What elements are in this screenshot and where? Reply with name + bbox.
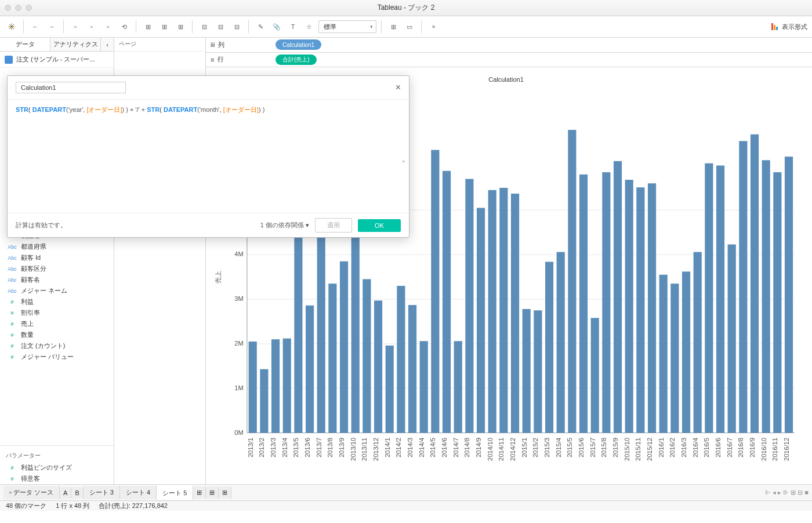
close-window-icon[interactable] xyxy=(5,5,11,11)
refresh-icon[interactable]: ⟲ xyxy=(117,20,131,34)
bar[interactable] xyxy=(751,135,759,433)
bar[interactable] xyxy=(785,157,793,433)
bar[interactable] xyxy=(294,238,302,433)
bar[interactable] xyxy=(773,172,781,433)
new-sheet-icon[interactable]: ▫ xyxy=(101,20,115,34)
bar[interactable] xyxy=(602,172,610,433)
zoom-window-icon[interactable] xyxy=(26,5,32,11)
field-item[interactable]: Abc都道府県 xyxy=(0,241,114,252)
field-item[interactable]: Abc顧客名 xyxy=(0,274,114,285)
pages-shelf[interactable]: ページ xyxy=(114,38,205,52)
expand-icon[interactable]: ▸ xyxy=(403,157,405,166)
bar[interactable] xyxy=(465,179,473,433)
columns-shelf[interactable]: iii列 Calculation1 xyxy=(206,38,812,53)
bar[interactable] xyxy=(386,346,394,433)
bar[interactable] xyxy=(670,284,679,433)
bar[interactable] xyxy=(762,160,770,433)
totals-icon[interactable]: ⊟ xyxy=(213,20,227,34)
new-data-icon[interactable]: ▫ xyxy=(85,20,99,34)
bar[interactable] xyxy=(694,252,702,433)
fit-dropdown[interactable]: 標準 xyxy=(318,20,376,33)
calc-name-input[interactable] xyxy=(16,82,126,93)
tab-data[interactable]: データ xyxy=(0,38,50,51)
star-icon[interactable]: ☆ xyxy=(302,20,316,34)
bar[interactable] xyxy=(739,141,747,433)
bar[interactable] xyxy=(488,190,496,433)
bar[interactable] xyxy=(443,171,451,433)
bar[interactable] xyxy=(511,194,519,433)
field-item[interactable]: Abc顧客 Id xyxy=(0,252,114,263)
bar[interactable] xyxy=(362,279,371,433)
field-item[interactable]: #割引率 xyxy=(0,307,114,318)
bar[interactable] xyxy=(591,318,599,433)
param-item[interactable]: #得意客 xyxy=(0,473,114,484)
new-story-icon[interactable]: ⊞ xyxy=(219,486,231,499)
tab-sheet3[interactable]: シート 3 xyxy=(84,486,120,499)
collapse-pane-icon[interactable]: ‹ xyxy=(101,38,114,51)
apply-button[interactable]: 適用 xyxy=(315,218,352,233)
show-labels-icon[interactable]: ⊟ xyxy=(230,20,244,34)
bar[interactable] xyxy=(397,286,405,433)
text-icon[interactable]: T xyxy=(286,20,300,34)
bar[interactable] xyxy=(271,339,280,433)
bar[interactable] xyxy=(249,342,257,433)
datasource-item[interactable]: 注文 (サンプル - スーパー... xyxy=(0,52,114,68)
bar[interactable] xyxy=(614,161,622,433)
tab-nav[interactable]: ⊩ ◂ ▸ ⊪ ⊞ ⊟ ■ xyxy=(765,489,809,496)
tab-datasource[interactable]: ▫ データ ソース xyxy=(3,486,60,499)
bar[interactable] xyxy=(351,230,360,433)
bar[interactable] xyxy=(408,305,416,433)
ok-button[interactable]: OK xyxy=(358,219,401,232)
window-controls[interactable] xyxy=(5,5,32,11)
rows-shelf[interactable]: ≡行 合計(売上) xyxy=(206,53,812,68)
tab-sheet4[interactable]: シート 4 xyxy=(120,486,157,499)
bar[interactable] xyxy=(340,262,348,433)
bar[interactable] xyxy=(306,306,314,433)
bar[interactable] xyxy=(579,175,588,433)
tableau-logo-icon[interactable] xyxy=(5,20,19,34)
bar[interactable] xyxy=(431,150,439,433)
bar[interactable] xyxy=(557,252,565,433)
field-item[interactable]: #注文 (カウント) xyxy=(0,340,114,351)
field-item[interactable]: #売上 xyxy=(0,318,114,329)
tab-b[interactable]: B xyxy=(71,487,83,499)
bar[interactable] xyxy=(317,221,325,433)
bar[interactable] xyxy=(328,284,336,433)
columns-pill[interactable]: Calculation1 xyxy=(276,39,321,50)
presentation-icon[interactable]: ⊞ xyxy=(386,20,400,34)
show-me-button[interactable]: 表示形式 xyxy=(771,23,807,31)
new-worksheet-icon[interactable]: ⊞ xyxy=(193,486,206,499)
minimize-window-icon[interactable] xyxy=(15,5,21,11)
close-icon[interactable]: × xyxy=(396,82,401,93)
group-icon[interactable]: ⊟ xyxy=(197,20,211,34)
bar[interactable] xyxy=(283,339,291,433)
bar[interactable] xyxy=(568,130,576,433)
new-dashboard-icon[interactable]: ⊞ xyxy=(206,486,219,499)
forward-icon[interactable]: → xyxy=(45,20,59,34)
bar[interactable] xyxy=(374,300,382,433)
bar[interactable] xyxy=(625,180,633,433)
bar[interactable] xyxy=(716,166,724,433)
bar[interactable] xyxy=(534,310,542,433)
tab-analytics[interactable]: アナリティクス xyxy=(50,38,101,51)
calc-formula-editor[interactable]: STR( DATEPART('year', [オーダー日]) ) + '/' +… xyxy=(8,99,409,213)
bar[interactable] xyxy=(260,369,268,433)
bar[interactable] xyxy=(454,341,462,433)
bar[interactable] xyxy=(728,245,736,433)
bar[interactable] xyxy=(545,262,553,433)
rows-pill[interactable]: 合計(売上) xyxy=(276,55,317,65)
bar[interactable] xyxy=(705,164,713,433)
bar[interactable] xyxy=(499,188,507,433)
field-item[interactable]: #メジャー バリュー xyxy=(0,351,114,362)
calc-dependencies[interactable]: 1 個の依存関係 ▾ xyxy=(260,221,309,230)
back-icon[interactable]: ← xyxy=(28,20,42,34)
tab-sheet5[interactable]: シート 5 xyxy=(157,485,193,500)
bar[interactable] xyxy=(477,208,485,433)
bar[interactable] xyxy=(648,183,656,433)
field-item[interactable]: #利益 xyxy=(0,296,114,307)
sort-asc-icon[interactable]: ⊞ xyxy=(157,20,171,34)
field-item[interactable]: Abc顧客区分 xyxy=(0,263,114,274)
sort-desc-icon[interactable]: ⊞ xyxy=(173,20,187,34)
share-icon[interactable]: ⚬ xyxy=(426,20,440,34)
pin-icon[interactable]: 📎 xyxy=(270,20,284,34)
